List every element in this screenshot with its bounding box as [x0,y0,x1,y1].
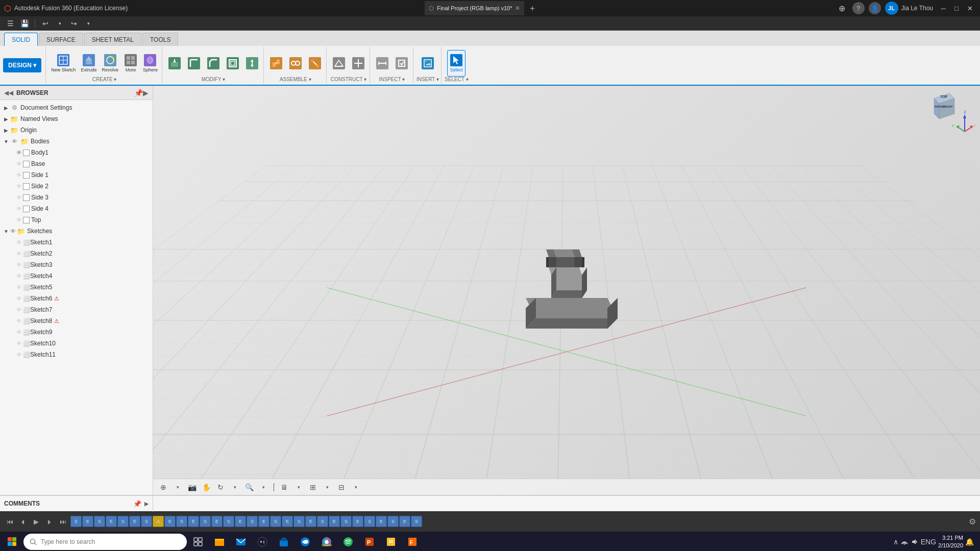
orbit-dropdown[interactable]: ▾ [229,481,241,493]
taskbar-edge[interactable] [295,532,315,551]
timeline-settings-button[interactable]: ⚙ [969,517,976,527]
timeline-step-19[interactable]: E [282,516,293,527]
timeline-step-11[interactable]: E [188,516,199,527]
tab-surface[interactable]: SURFACE [39,33,83,46]
search-bar[interactable] [23,534,187,550]
tree-item-sketch8[interactable]: 👁 ⬜ Sketch8 ⚠ [0,315,153,327]
redo-dropdown[interactable]: ▾ [82,18,94,29]
tree-item-side4[interactable]: 👁 Side 4 [0,203,153,214]
chamfer-button[interactable] [204,50,223,77]
tree-item-sketch11[interactable]: 👁 ⬜ Sketch11 [0,349,153,360]
insert-canvas-button[interactable] [419,50,437,77]
sketch5-eye[interactable]: 👁 [16,284,22,290]
timeline-step-12[interactable]: S [200,516,211,527]
minimize-button[interactable]: ─ [937,3,949,14]
timeline-step-28[interactable]: S [387,516,399,527]
assemble-1-button[interactable] [267,50,285,77]
new-sketch-button[interactable]: New Sketch [49,50,78,77]
sketch6-eye[interactable]: 👁 [16,295,22,302]
top-eye[interactable]: 👁 [16,217,22,223]
tree-item-body1[interactable]: 👁 Body1 [0,147,153,158]
taskbar-gaming[interactable] [252,532,273,551]
snap-button[interactable]: ⊕ [157,481,169,493]
tree-item-sketch2[interactable]: 👁 ⬜ Sketch2 [0,248,153,259]
side4-checkbox[interactable] [23,206,30,212]
taskbar-powerpoint[interactable]: P [359,532,380,551]
account-button[interactable]: 👤 [869,2,881,14]
help-button[interactable]: ? [852,2,865,14]
taskbar-task-view[interactable] [188,532,208,551]
top-checkbox[interactable] [23,217,30,223]
side3-checkbox[interactable] [23,194,30,201]
sketch3-eye[interactable]: 👁 [16,262,22,268]
sketch8-eye[interactable]: 👁 [16,318,22,324]
tree-item-named-views[interactable]: ▶ 📁 Named Views [0,113,153,124]
timeline-step-25[interactable]: E [352,516,363,527]
tree-item-sketch7[interactable]: 👁 ⬜ Sketch7 [0,304,153,315]
tree-item-sketch10[interactable]: 👁 ⬜ Sketch10 [0,338,153,349]
assemble-2-button[interactable] [286,50,305,77]
maximize-button[interactable]: □ [950,3,963,14]
timeline-step-1[interactable]: S [70,516,82,527]
grid-button[interactable]: ⊞ [307,481,319,493]
pan-button[interactable]: ✋ [200,481,212,493]
start-button[interactable] [2,532,22,551]
taskbar-sticky[interactable] [381,532,401,551]
timeline-step-18[interactable]: S [270,516,281,527]
taskbar-chrome[interactable] [316,532,337,551]
tab-sheet-metal[interactable]: SHEET METAL [84,33,141,46]
timeline-step-7[interactable]: S [141,516,152,527]
side2-checkbox[interactable] [23,183,30,190]
base-eye[interactable]: 👁 [16,161,22,167]
taskbar-store[interactable] [274,532,294,551]
clock[interactable]: 3:21 PM 2/10/2020 [938,534,963,550]
body1-checkbox[interactable] [23,149,30,156]
bodies-expand[interactable]: ▼ [2,137,10,145]
timeline-step-30[interactable]: S [411,516,422,527]
construct-1-button[interactable] [330,50,348,77]
tray-lang[interactable]: ENG [921,538,936,546]
assemble-3-button[interactable] [306,50,324,77]
close-button[interactable]: ✕ [964,3,976,14]
timeline-step-20[interactable]: S [293,516,305,527]
side3-eye[interactable]: 👁 [16,194,22,201]
inspect-2-button[interactable] [393,50,411,77]
timeline-step-2[interactable]: E [82,516,93,527]
sketch7-eye[interactable]: 👁 [16,307,22,313]
volume-icon[interactable] [911,538,919,546]
viewport[interactable]: Z X Y TOP FRONT RIGHT ⊕ ▾ 📷 ✋ [153,86,980,495]
browser-expand-button[interactable]: ▶ [143,89,149,97]
taskbar-email[interactable] [231,532,251,551]
timeline-step-13[interactable]: E [211,516,223,527]
timeline-step-23[interactable]: E [329,516,340,527]
tree-item-origin[interactable]: ▶ 📁 Origin [0,124,153,136]
network-icon[interactable] [900,538,909,546]
sphere-button[interactable]: Sphere [141,50,160,77]
timeline-step-29[interactable]: E [399,516,410,527]
tree-item-sketch4[interactable]: 👁 ⬜ Sketch4 [0,270,153,282]
timeline-step-9[interactable]: E [164,516,176,527]
redo-button[interactable]: ↪ [68,18,80,29]
tree-item-side3[interactable]: 👁 Side 3 [0,192,153,203]
tree-item-sketch3[interactable]: 👁 ⬜ Sketch3 [0,259,153,270]
sketch1-eye[interactable]: 👁 [16,239,22,245]
view-dropdown[interactable]: ▾ [350,481,362,493]
sketches-eye[interactable]: 👁 [10,228,16,234]
sketch10-eye[interactable]: 👁 [16,340,22,346]
timeline-step-22[interactable]: S [317,516,328,527]
select-button[interactable]: Select [447,50,465,77]
tree-item-base[interactable]: 👁 Base [0,158,153,169]
grid-dropdown[interactable]: ▾ [321,481,333,493]
taskbar-spotify[interactable] [338,532,358,551]
timeline-step-6[interactable]: E [129,516,140,527]
timeline-next-button[interactable]: ⏵ [44,516,55,527]
comments-expand-button[interactable]: ▶ [144,500,149,507]
save-button[interactable]: 💾 [18,18,31,29]
named-views-expand[interactable]: ▶ [2,115,10,123]
menu-button[interactable]: ☰ [4,18,16,29]
tree-item-top[interactable]: 👁 Top [0,214,153,226]
timeline-step-26[interactable]: S [364,516,375,527]
side4-eye[interactable]: 👁 [16,206,22,212]
timeline-rewind-button[interactable]: ⏮ [4,516,15,527]
timeline-step-16[interactable]: S [247,516,258,527]
